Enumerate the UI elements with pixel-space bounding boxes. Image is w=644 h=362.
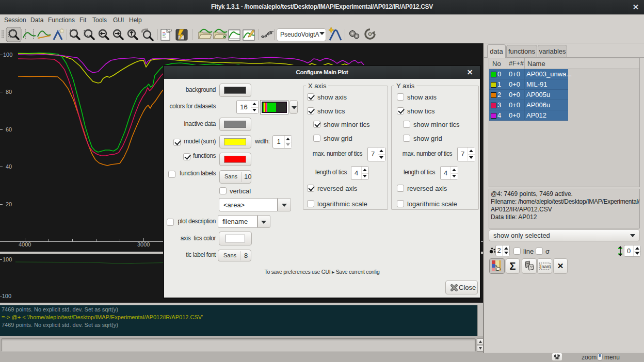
svg-text:60: 60: [6, 126, 12, 133]
svg-text:100: 100: [3, 256, 12, 262]
svg-text:40: 40: [6, 163, 12, 170]
svg-text:4000: 4000: [19, 241, 31, 248]
svg-text:-100: -100: [0, 293, 11, 299]
svg-text:[nam: [nam: [540, 264, 551, 269]
svg-text:20: 20: [6, 201, 12, 207]
svg-text:80: 80: [6, 89, 12, 95]
svg-text:3000: 3000: [137, 241, 150, 248]
svg-text:100: 100: [3, 52, 12, 58]
